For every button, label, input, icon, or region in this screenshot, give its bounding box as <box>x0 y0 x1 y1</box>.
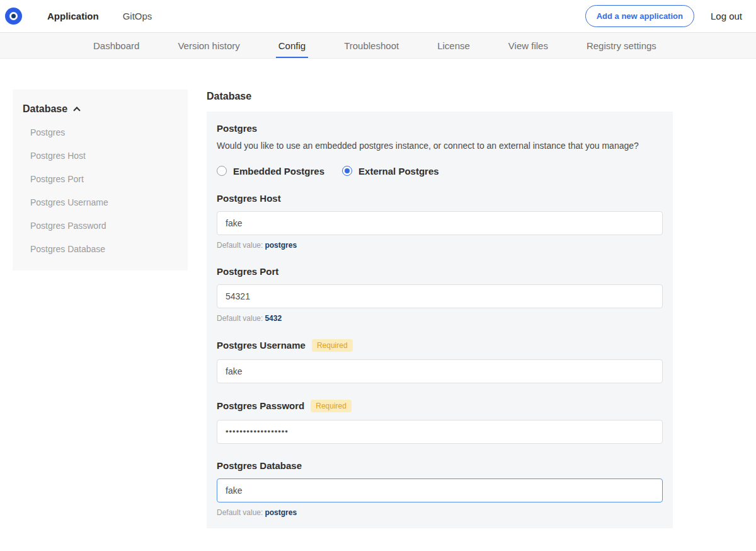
app-logo-inner-icon <box>9 12 18 20</box>
field-label-postgres-port: Postgres Port <box>217 266 663 277</box>
sidebar-item-postgres-database[interactable]: Postgres Database <box>30 244 178 254</box>
sidebar-item-postgres-password[interactable]: Postgres Password <box>30 221 178 231</box>
field-label-text: Postgres Password <box>217 400 304 411</box>
default-value: postgres <box>265 508 297 517</box>
radio-label-embedded: Embedded Postgres <box>233 166 324 177</box>
group-title-postgres: Postgres <box>217 123 663 134</box>
field-label-text: Postgres Host <box>217 193 281 204</box>
subnav-item-troubleshoot[interactable]: Troubleshoot <box>344 33 399 58</box>
postgres-database-default: Default value:postgres <box>217 508 663 517</box>
field-label-postgres-database: Postgres Database <box>217 460 663 471</box>
field-label-text: Postgres Port <box>217 266 278 277</box>
postgres-help-text: Would you like to use an embedded postgr… <box>217 140 663 152</box>
subnav-item-version-history[interactable]: Version history <box>178 33 239 58</box>
postgres-port-input[interactable] <box>217 284 663 308</box>
subnav-item-license[interactable]: License <box>437 33 470 58</box>
default-value: 5432 <box>265 314 282 323</box>
subnav-item-dashboard[interactable]: Dashboard <box>93 33 139 58</box>
radio-label-external: External Postgres <box>358 166 439 177</box>
config-page: Database Postgres Postgres Host Postgres… <box>0 59 756 551</box>
radio-option-external-postgres[interactable]: External Postgres <box>342 166 439 177</box>
add-new-application-button[interactable]: Add a new application <box>585 5 694 27</box>
postgres-database-input[interactable] <box>217 478 663 502</box>
default-prefix: Default value: <box>217 241 263 250</box>
required-badge: Required <box>311 400 352 412</box>
subnav-item-config[interactable]: Config <box>278 33 306 58</box>
tab-gitops[interactable]: GitOps <box>123 11 152 21</box>
tab-application[interactable]: Application <box>47 11 99 21</box>
sidebar-item-list: Postgres Postgres Host Postgres Port Pos… <box>23 127 178 254</box>
topnav-right: Add a new application Log out <box>585 5 742 27</box>
postgres-username-input[interactable] <box>217 359 663 383</box>
sidebar-item-postgres[interactable]: Postgres <box>30 127 178 137</box>
radio-unchecked-icon[interactable] <box>217 166 227 176</box>
radio-checked-icon[interactable] <box>342 166 352 176</box>
chevron-up-icon <box>73 107 80 113</box>
sidebar-item-postgres-host[interactable]: Postgres Host <box>30 151 178 161</box>
default-value: postgres <box>265 241 297 250</box>
field-label-postgres-username: Postgres Username Required <box>217 339 663 352</box>
postgres-host-default: Default value:postgres <box>217 241 663 250</box>
sidebar-group-database[interactable]: Database <box>23 103 178 115</box>
default-prefix: Default value: <box>217 508 263 517</box>
config-main: Database Postgres Would you like to use … <box>207 90 673 551</box>
postgres-host-input[interactable] <box>217 211 663 235</box>
app-subnav: Dashboard Version history Config Trouble… <box>0 33 756 59</box>
config-sidebar: Database Postgres Postgres Host Postgres… <box>13 90 188 270</box>
logout-button[interactable]: Log out <box>711 11 742 21</box>
top-tabs: Application GitOps <box>47 0 152 32</box>
required-badge: Required <box>312 339 353 352</box>
postgres-port-default: Default value:5432 <box>217 314 663 323</box>
top-navbar: Application GitOps Add a new application… <box>0 0 756 33</box>
sidebar-item-postgres-username[interactable]: Postgres Username <box>30 197 178 207</box>
radio-option-embedded-postgres[interactable]: Embedded Postgres <box>217 166 324 177</box>
subnav-item-view-files[interactable]: View files <box>508 33 548 58</box>
app-logo-icon <box>5 8 22 25</box>
postgres-password-input[interactable] <box>217 420 663 444</box>
subnav-item-registry-settings[interactable]: Registry settings <box>587 33 656 58</box>
postgres-mode-radio-group: Embedded Postgres External Postgres <box>217 166 663 177</box>
sidebar-item-postgres-port[interactable]: Postgres Port <box>30 174 178 184</box>
default-prefix: Default value: <box>217 314 263 323</box>
field-label-text: Postgres Database <box>217 460 302 471</box>
database-config-panel: Postgres Would you like to use an embedd… <box>207 112 673 528</box>
field-label-postgres-host: Postgres Host <box>217 193 663 204</box>
field-label-postgres-password: Postgres Password Required <box>217 400 663 412</box>
field-label-text: Postgres Username <box>217 340 306 351</box>
sidebar-group-label: Database <box>23 103 67 115</box>
section-title: Database <box>207 91 673 102</box>
